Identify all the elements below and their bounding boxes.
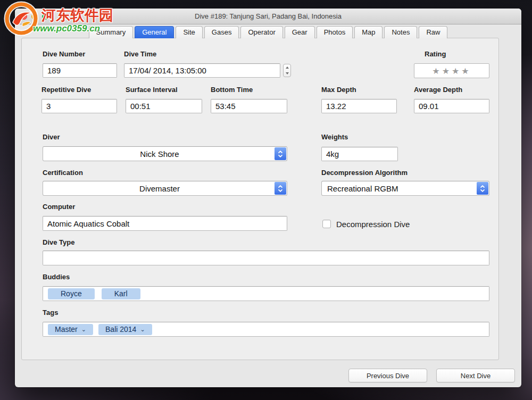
general-form: Dive Number Dive Time Rating ★★★★ Repeti… <box>15 9 521 387</box>
buddy-token[interactable]: Royce <box>48 288 95 299</box>
date-stepper[interactable] <box>283 64 291 77</box>
desktop: Dive #189: Tanjung Sari, Padang Bai, Ind… <box>0 0 532 400</box>
max-depth-label: Max Depth <box>321 86 356 94</box>
certification-label: Certification <box>43 169 83 177</box>
updown-chevrons-icon <box>278 150 283 158</box>
dive-number-label: Dive Number <box>43 50 85 58</box>
diver-combobox[interactable]: Nick Shore <box>43 146 287 161</box>
tab-operator[interactable]: Operator <box>240 26 282 38</box>
chevron-down-icon[interactable]: ⌄ <box>81 324 86 335</box>
buddies-field[interactable]: Royce Karl <box>43 286 489 301</box>
max-depth-field[interactable] <box>321 99 397 113</box>
rating-field[interactable]: ★★★★ <box>414 63 489 78</box>
diver-combo-button[interactable] <box>275 147 286 160</box>
decompression-dive-checkbox[interactable] <box>322 220 331 228</box>
chevron-down-icon[interactable]: ⌄ <box>140 324 145 335</box>
tags-label: Tags <box>43 309 58 316</box>
diver-label: Diver <box>43 133 60 141</box>
stepper-down-icon[interactable] <box>284 71 290 77</box>
tab-bar: Summary General Site Gases Operator Gear… <box>15 26 521 38</box>
average-depth-field[interactable] <box>414 99 489 113</box>
previous-dive-button[interactable]: Previous Dive <box>348 369 427 382</box>
dive-number-field[interactable] <box>43 63 117 78</box>
decompression-algorithm-label: Decompression Algorithm <box>321 169 408 177</box>
tab-notes[interactable]: Notes <box>384 26 417 38</box>
computer-field[interactable] <box>43 216 287 231</box>
rating-label: Rating <box>425 50 446 58</box>
tab-raw[interactable]: Raw <box>419 26 447 38</box>
repetitive-dive-field[interactable] <box>41 99 117 113</box>
average-depth-label: Average Depth <box>414 86 462 94</box>
tab-gases[interactable]: Gases <box>204 26 239 38</box>
tag-token-label: Bali 2014 <box>105 324 136 335</box>
repetitive-dive-label: Repetitive Dive <box>41 86 91 94</box>
tab-photos[interactable]: Photos <box>317 26 353 38</box>
surface-interval-label: Surface Interval <box>126 86 178 94</box>
decompression-algorithm-value: Recreational RGBM <box>322 184 489 193</box>
updown-chevrons-icon <box>480 185 485 193</box>
tags-field[interactable]: Master ⌄ Bali 2014 ⌄ <box>43 322 489 337</box>
decompression-algorithm-popup-button[interactable] <box>477 182 488 195</box>
certification-value: Divemaster <box>43 184 287 193</box>
updown-chevrons-icon <box>278 185 283 193</box>
buddy-token[interactable]: Karl <box>102 288 140 299</box>
dive-type-label: Dive Type <box>43 238 74 246</box>
decompression-dive-checkbox-label: Decompression Dive <box>336 220 410 229</box>
rating-stars[interactable]: ★★★★ <box>432 66 471 76</box>
weights-field[interactable] <box>321 147 398 161</box>
surface-interval-field[interactable] <box>126 99 202 113</box>
next-dive-button[interactable]: Next Dive <box>436 369 515 382</box>
certification-combobox[interactable]: Divemaster <box>43 181 287 196</box>
certification-combo-button[interactable] <box>275 182 286 195</box>
weights-label: Weights <box>321 133 348 141</box>
dive-time-field[interactable] <box>124 63 280 78</box>
bottom-time-field[interactable] <box>211 99 287 113</box>
buddies-label: Buddies <box>43 273 70 281</box>
tag-token-label: Master <box>55 324 78 335</box>
stepper-up-icon[interactable] <box>284 64 290 71</box>
tab-map[interactable]: Map <box>354 26 383 38</box>
tab-general[interactable]: General <box>135 26 174 38</box>
decompression-algorithm-popup[interactable]: Recreational RGBM <box>321 181 489 196</box>
tab-site[interactable]: Site <box>176 26 202 38</box>
tab-summary[interactable]: Summary <box>89 26 134 38</box>
tag-token[interactable]: Bali 2014 ⌄ <box>98 324 152 335</box>
dive-type-field[interactable] <box>43 251 489 265</box>
tab-gear[interactable]: Gear <box>285 26 315 38</box>
dive-time-label: Dive Time <box>124 50 156 58</box>
computer-label: Computer <box>43 203 75 211</box>
tag-token[interactable]: Master ⌄ <box>48 324 93 335</box>
dive-editor-window: Dive #189: Tanjung Sari, Padang Bai, Ind… <box>15 9 521 387</box>
diver-value: Nick Shore <box>43 149 287 159</box>
bottom-time-label: Bottom Time <box>211 86 253 94</box>
